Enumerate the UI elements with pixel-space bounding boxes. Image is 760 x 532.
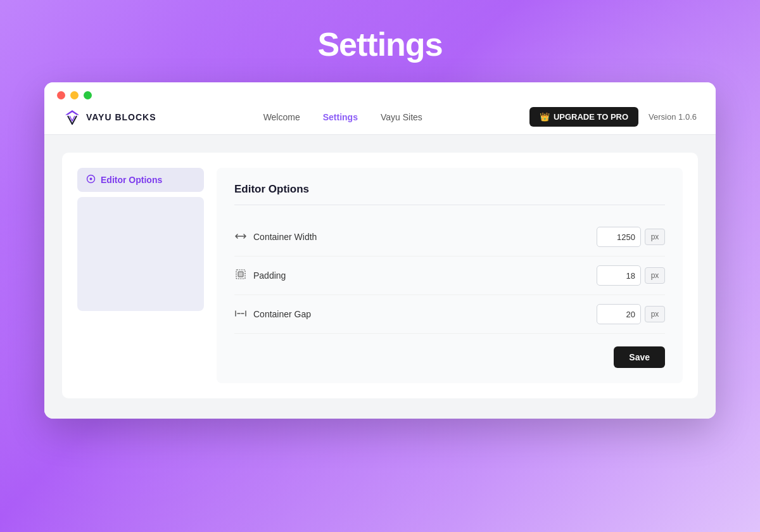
option-row-container-width: Container Width px xyxy=(234,218,665,256)
option-left-padding: Padding xyxy=(234,269,286,282)
upgrade-crown-icon: 👑 xyxy=(540,112,550,122)
container-width-input[interactable] xyxy=(597,227,641,247)
page-title-area: Settings xyxy=(0,0,760,82)
nav-link-vayu-sites[interactable]: Vayu Sites xyxy=(381,112,422,122)
traffic-lights xyxy=(57,91,92,99)
window-card: VAYU BLOCKS Welcome Settings Vayu Sites … xyxy=(44,82,716,419)
traffic-light-minimize[interactable] xyxy=(70,91,79,99)
option-left-container-gap: Container Gap xyxy=(234,308,311,320)
traffic-light-maximize[interactable] xyxy=(84,91,92,99)
padding-input[interactable] xyxy=(597,265,641,286)
options-panel: Editor Options Container Width px xyxy=(217,168,683,383)
option-label-padding: Padding xyxy=(253,270,286,281)
sidebar-item-editor-options[interactable]: Editor Options xyxy=(77,168,204,192)
sidebar: Editor Options xyxy=(77,168,204,383)
main-content: Editor Options Editor Options Contain xyxy=(44,135,716,419)
top-nav: VAYU BLOCKS Welcome Settings Vayu Sites … xyxy=(44,99,716,135)
svg-rect-3 xyxy=(238,272,243,277)
nav-right: 👑 UPGRADE TO PRO Version 1.0.6 xyxy=(529,107,697,127)
settings-icon xyxy=(86,174,96,186)
arrows-horizontal-icon xyxy=(234,231,247,243)
sidebar-empty-area xyxy=(77,197,204,311)
traffic-light-close[interactable] xyxy=(57,91,65,99)
save-row: Save xyxy=(234,346,665,368)
svg-point-1 xyxy=(90,178,92,180)
container-gap-input[interactable] xyxy=(597,304,641,324)
gap-icon xyxy=(234,308,247,320)
logo-icon xyxy=(63,108,81,126)
window-chrome xyxy=(44,82,716,99)
nav-link-settings[interactable]: Settings xyxy=(323,112,358,122)
container-gap-unit: px xyxy=(645,306,665,322)
nav-links: Welcome Settings Vayu Sites xyxy=(263,112,422,122)
option-right-padding: px xyxy=(597,265,665,286)
option-row-container-gap: Container Gap px xyxy=(234,295,665,334)
option-label-container-width: Container Width xyxy=(253,232,317,242)
logo-area: VAYU BLOCKS xyxy=(63,108,156,126)
version-label: Version 1.0.6 xyxy=(649,112,697,122)
padding-unit: px xyxy=(645,267,665,284)
page-title: Settings xyxy=(0,25,760,63)
padding-icon xyxy=(234,269,247,282)
container-width-unit: px xyxy=(645,229,665,245)
upgrade-button[interactable]: 👑 UPGRADE TO PRO xyxy=(529,107,638,127)
options-panel-title: Editor Options xyxy=(234,183,665,205)
upgrade-button-label: UPGRADE TO PRO xyxy=(554,112,628,122)
option-right-container-gap: px xyxy=(597,304,665,324)
content-wrapper: Editor Options Editor Options Contain xyxy=(62,153,698,398)
option-left-container-width: Container Width xyxy=(234,231,317,243)
nav-link-welcome[interactable]: Welcome xyxy=(263,112,300,122)
option-row-padding: Padding px xyxy=(234,256,665,295)
option-label-container-gap: Container Gap xyxy=(253,309,311,319)
sidebar-item-label: Editor Options xyxy=(101,175,162,185)
save-button[interactable]: Save xyxy=(614,346,665,368)
logo-text: VAYU BLOCKS xyxy=(86,112,156,122)
option-right-container-width: px xyxy=(597,227,665,247)
